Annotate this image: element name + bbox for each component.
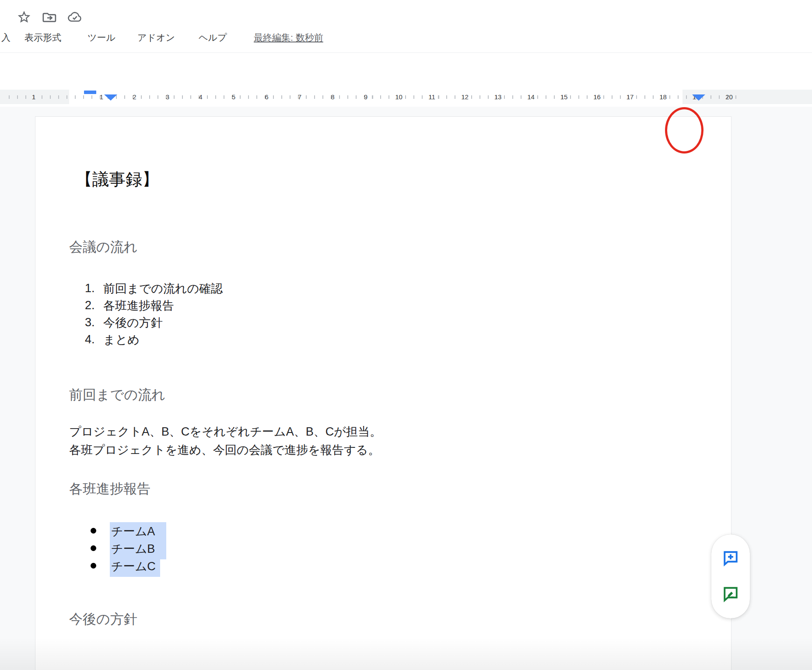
ruler-number: 3: [164, 90, 171, 104]
selected-text: チームB: [110, 540, 166, 559]
numbered-list-item[interactable]: 2. 各班進捗報告: [85, 297, 223, 314]
ruler-number: 6: [263, 90, 270, 104]
list-marker: 2.: [85, 299, 103, 312]
list-marker: 3.: [85, 316, 103, 329]
last-edited-link[interactable]: 最終編集: 数秒前: [254, 31, 323, 44]
heading-future-policy[interactable]: 今後の方針: [69, 610, 137, 628]
list-marker: 1.: [85, 282, 103, 295]
heading-previous-flow[interactable]: 前回までの流れ: [69, 386, 165, 404]
document-page[interactable]: 【議事録】 会議の流れ 1. 前回までの流れの確認 2. 各班進捗報告 3. 今…: [35, 116, 732, 670]
left-indent-marker[interactable]: [104, 94, 117, 101]
ruler-number: 5: [231, 90, 237, 104]
ruler-number: 12: [460, 90, 470, 104]
add-comment-fab-button[interactable]: [721, 548, 740, 568]
doc-title[interactable]: 【議事録】: [76, 168, 159, 191]
list-text: まとめ: [103, 332, 140, 348]
body-paragraph[interactable]: プロジェクトA、B、CをそれぞれチームA、B、Cが担当。 各班プロジェクトを進め…: [69, 422, 382, 459]
add-comment-icon: [721, 548, 740, 568]
floating-action-pill: [711, 534, 750, 618]
list-text: 今後の方針: [103, 315, 163, 331]
document-canvas: 【議事録】 会議の流れ 1. 前回までの流れの確認 2. 各班進捗報告 3. 今…: [0, 107, 812, 670]
header: 入 表示形式 ツール アドオン ヘルプ 最終編集: 数秒前: [0, 0, 812, 52]
menu-item-format[interactable]: 表示形式: [24, 31, 61, 44]
ruler-number: 7: [297, 90, 303, 104]
ruler-number: 17: [625, 90, 635, 104]
bullet-icon: [91, 528, 96, 534]
cloud-saved-icon[interactable]: [67, 10, 82, 24]
bullet-icon: [91, 563, 96, 569]
list-text: 各班進捗報告: [103, 298, 174, 314]
annotation-red-circle: [665, 107, 704, 154]
ruler-number: 13: [493, 90, 503, 104]
bulleted-list-item[interactable]: チームB: [91, 540, 309, 557]
menu-item-help[interactable]: ヘルプ: [199, 31, 227, 44]
ruler-number: 11: [427, 90, 437, 104]
selected-text: チームC: [110, 557, 160, 577]
heading-meeting-flow[interactable]: 会議の流れ: [69, 238, 137, 256]
list-text: 前回までの流れの確認: [103, 281, 223, 297]
heading-progress-report[interactable]: 各班進捗報告: [69, 480, 150, 498]
numbered-list-item[interactable]: 1. 前回までの流れの確認: [85, 280, 223, 297]
ruler-margin-number: 1: [31, 90, 37, 104]
menu-item-insert-partial[interactable]: 入: [1, 31, 10, 44]
ruler-number: 15: [559, 90, 569, 104]
toolbar: 標準テキス... Arial − 11 + B I U A: [0, 52, 812, 87]
menu-item-tools[interactable]: ツール: [88, 31, 116, 44]
menu-bar: 入 表示形式 ツール アドオン ヘルプ 最終編集: 数秒前: [0, 30, 812, 45]
list-marker: 4.: [85, 333, 103, 346]
bulleted-list-item[interactable]: チームA: [91, 522, 309, 540]
move-folder-icon[interactable]: [42, 10, 57, 24]
bulleted-list-item[interactable]: チームC: [91, 557, 309, 575]
ruler: 1 1234567891011121314151617181920: [0, 90, 812, 104]
paragraph-line: 各班プロジェクトを進め、今回の会議で進捗を報告する。: [69, 441, 382, 459]
ruler-number: 10: [394, 90, 404, 104]
suggest-edits-fab-button[interactable]: [721, 584, 740, 604]
ruler-number: 9: [363, 90, 369, 104]
selected-text: チームA: [110, 522, 166, 542]
ruler-number: 2: [131, 90, 137, 104]
ruler-number: 20: [724, 90, 734, 104]
numbered-list[interactable]: 1. 前回までの流れの確認 2. 各班進捗報告 3. 今後の方針 4. まとめ: [85, 280, 223, 348]
right-indent-marker[interactable]: [692, 94, 705, 101]
menu-item-addons[interactable]: アドオン: [137, 31, 175, 44]
numbered-list-item[interactable]: 3. 今後の方針: [85, 314, 223, 331]
ruler-number: 18: [658, 90, 668, 104]
ruler-number: 8: [329, 90, 336, 104]
star-icon[interactable]: [17, 10, 32, 24]
numbered-list-item[interactable]: 4. まとめ: [85, 331, 223, 348]
paragraph-line: プロジェクトA、B、CをそれぞれチームA、B、Cが担当。: [69, 422, 382, 441]
ruler-number: 16: [592, 90, 602, 104]
ruler-number: 14: [526, 90, 536, 104]
suggest-edit-icon: [721, 584, 740, 604]
first-line-indent-marker[interactable]: [84, 91, 96, 94]
bullet-icon: [91, 545, 96, 551]
ruler-number: 4: [197, 90, 203, 104]
